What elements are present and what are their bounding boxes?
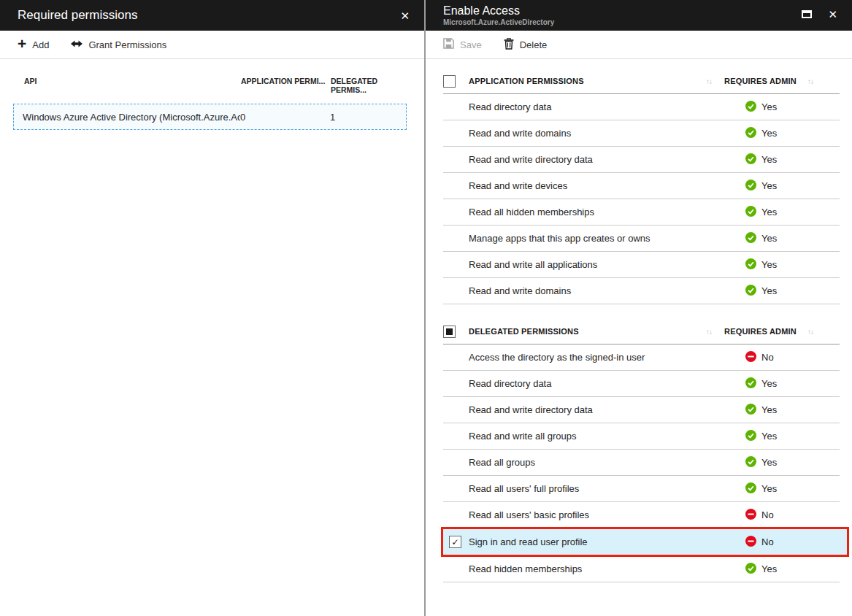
permission-checkbox[interactable]: ✓ [449,536,461,548]
plus-icon: + [18,38,26,50]
column-header-api: API [24,77,241,94]
permission-row[interactable]: Read all users' basic profiles No [443,502,840,528]
section-checkbox[interactable] [443,75,456,88]
no-badge-icon [745,509,756,522]
permission-label: Read all users' full profiles [469,483,579,494]
delegated-permissions-cell: 1 [330,112,406,123]
permission-row[interactable]: Read and write directory data Yes [443,397,840,423]
save-button-label: Save [460,39,482,50]
yes-badge-icon [745,153,756,166]
permission-row[interactable]: Read hidden memberships Yes [443,556,840,582]
no-badge-icon [745,536,756,549]
sort-icon[interactable]: ↑↓ [807,328,813,336]
required-permissions-header: Required permissions ✕ [0,0,424,31]
yes-badge-icon [745,232,756,245]
requires-admin-value: Yes [761,457,777,468]
permission-label: Read and write all applications [469,259,597,270]
permission-row[interactable]: Read all hidden memberships Yes [443,199,840,226]
yes-badge-icon [745,563,756,576]
close-icon[interactable]: ✕ [828,9,837,20]
permission-row[interactable]: Read and write all applications Yes [443,252,840,278]
permission-label: Sign in and read user profile [469,536,588,547]
permission-row[interactable]: Read and write domains Yes [443,120,840,147]
permission-label: Access the directory as the signed-in us… [469,352,645,363]
maximize-icon[interactable] [802,10,812,18]
page-title: Required permissions [18,8,400,23]
no-badge-icon [745,351,756,364]
sort-icon[interactable]: ↑↓ [706,77,712,85]
requires-admin-value: No [761,536,774,547]
requires-admin-value: Yes [761,563,777,574]
permission-label: Read and write all groups [469,431,576,442]
save-button[interactable]: Save [443,38,482,51]
requires-admin-value: Yes [761,378,777,389]
section-header: DELEGATED PERMISSIONS ↑↓ REQUIRES ADMIN … [443,319,840,344]
blade-subtitle: Microsoft.Azure.ActiveDirectory [443,18,802,26]
yes-badge-icon [745,404,756,417]
permission-row[interactable]: ✓ Sign in and read user profile No [441,527,849,557]
permission-label: Read and write directory data [469,154,593,165]
grant-permissions-label: Grant Permissions [88,39,166,50]
requires-admin-value: Yes [761,259,777,270]
left-toolbar: + Add Grant Permissions [0,31,424,59]
permission-label: Read directory data [469,101,551,112]
permission-label: Read and write domains [469,128,571,139]
section-gap [443,304,840,319]
section-header-label: DELEGATED PERMISSIONS [469,327,579,336]
api-table: API APPLICATION PERMI... DELEGATED PERMI… [13,71,407,130]
requires-admin-column-header: REQUIRES ADMIN [724,327,797,336]
permission-row[interactable]: Access the directory as the signed-in us… [443,344,840,371]
requires-admin-value: Yes [761,404,777,415]
yes-badge-icon [745,206,756,219]
permissions-section: DELEGATED PERMISSIONS ↑↓ REQUIRES ADMIN … [443,319,840,582]
required-permissions-content: API APPLICATION PERMI... DELEGATED PERMI… [0,59,424,130]
save-icon [443,38,454,51]
yes-badge-icon [745,482,756,496]
yes-badge-icon [745,127,756,140]
sort-icon[interactable]: ↑↓ [807,77,813,85]
permission-row[interactable]: Read and write all groups Yes [443,423,840,450]
permission-row[interactable]: Read and write domains Yes [443,278,840,304]
permission-row[interactable]: Read and write devices Yes [443,173,840,199]
section-checkbox[interactable] [443,326,456,338]
permission-row[interactable]: Read and write directory data Yes [443,147,840,173]
section-header: APPLICATION PERMISSIONS ↑↓ REQUIRES ADMI… [443,69,840,94]
permissions-list: APPLICATION PERMISSIONS ↑↓ REQUIRES ADMI… [426,59,852,582]
right-toolbar: Save Delete [426,31,852,59]
permission-row[interactable]: Read all groups Yes [443,450,840,476]
permission-label: Read all hidden memberships [469,207,594,217]
blade-title: Enable Access [443,4,802,18]
permission-row[interactable]: Read directory data Yes [443,94,840,120]
permission-label: Manage apps that this app creates or own… [469,233,650,244]
permission-label: Read directory data [469,378,551,389]
permission-row[interactable]: Read all users' full profiles Yes [443,476,840,502]
column-header-application-permissions: APPLICATION PERMI... [241,77,331,94]
sort-icon[interactable]: ↑↓ [706,328,712,336]
permission-label: Read all users' basic profiles [469,509,589,520]
table-row-windows-azure-active-directory[interactable]: Windows Azure Active Directory (Microsof… [13,104,407,130]
yes-badge-icon [745,258,756,272]
requires-admin-value: No [761,509,774,520]
requires-admin-value: No [761,352,774,363]
delete-button[interactable]: Delete [504,38,548,52]
permission-row[interactable]: Manage apps that this app creates or own… [443,226,840,252]
section-header-label: APPLICATION PERMISSIONS [469,77,584,85]
grant-permissions-icon [71,38,82,52]
enable-access-blade: Enable Access Microsoft.Azure.ActiveDire… [426,0,852,616]
grant-permissions-button[interactable]: Grant Permissions [71,38,166,52]
yes-badge-icon [745,377,756,390]
delete-button-label: Delete [520,39,548,50]
permission-label: Read and write directory data [469,404,593,415]
add-button-label: Add [32,39,49,50]
close-icon[interactable]: ✕ [400,10,410,21]
api-table-header: API APPLICATION PERMI... DELEGATED PERMI… [13,71,407,104]
requires-admin-value: Yes [761,285,777,296]
permission-label: Read hidden memberships [469,563,582,574]
permission-row[interactable]: Read directory data Yes [443,371,840,397]
requires-admin-value: Yes [761,483,777,494]
add-button[interactable]: + Add [18,39,49,50]
column-header-delegated-permissions: DELEGATED PERMIS... [331,77,407,94]
requires-admin-value: Yes [761,101,777,112]
permission-label: Read and write devices [469,180,567,191]
requires-admin-value: Yes [761,154,777,165]
